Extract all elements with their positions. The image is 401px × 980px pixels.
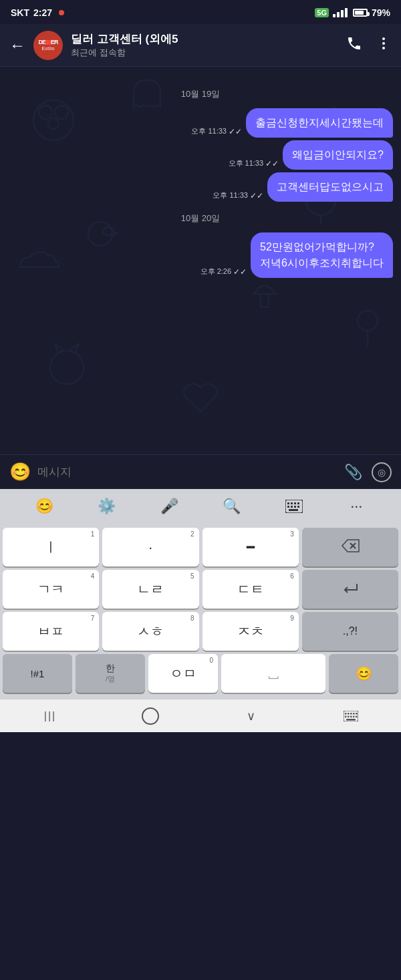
attach-button[interactable]: 📎 [344,464,362,481]
message-input[interactable] [37,466,338,479]
toolbar-emoji-button[interactable]: 😊 [31,493,58,520]
message-row: 오후 11:33 ✓✓ 출금신청한지세시간됐는데 [8,108,393,138]
message-4: 오후 2:26 ✓✓ 52만원없어가먹합니까?저녁6시이후조치취합니다 [200,232,393,278]
key-0[interactable]: 0 ㅇㅁ [148,654,218,693]
recording-indicator [59,10,64,15]
keyboard-row-1: 1 ㅣ 2 · 3 ━ [3,528,398,566]
key-4-label: ㄱㅋ [37,581,64,599]
read-receipt-2: ✓✓ [265,159,279,168]
message-time-2: 오후 11:33 [229,158,264,168]
nav-home-button[interactable] [100,699,200,732]
key-2[interactable]: 2 · [102,528,198,566]
keyboard: 1 ㅣ 2 · 3 ━ 4 ㄱㅋ 5 ㄴㄹ [0,524,401,699]
network-type: 5G [315,8,329,17]
toolbar-settings-button[interactable]: ⚙️ [94,493,120,520]
toolbar-keyboard-button[interactable] [281,493,307,520]
key-8-num: 8 [190,615,194,622]
key-9-num: 9 [290,615,294,622]
message-row: 오후 2:26 ✓✓ 52만원없어가먹합니까?저녁6시이후조치취합니다 [8,232,393,278]
key-5[interactable]: 5 ㄴㄹ [102,570,198,609]
svg-point-0 [382,37,385,40]
key-1[interactable]: 1 ㅣ [3,528,99,566]
input-actions: 📎 ◎ [344,462,392,482]
key-2-num: 2 [190,530,194,538]
key-space[interactable]: ⎵ [221,654,325,693]
key-nummode-label: !#1 [31,668,45,679]
nav-back-button[interactable]: ||| [0,699,100,732]
message-row: 오후 11:33 ✓✓ 고객센터답도없으시고 [8,172,393,202]
message-3: 오후 11:33 ✓✓ 고객센터답도없으시고 [213,172,393,202]
key-punct[interactable]: .,?! [302,612,398,651]
key-3[interactable]: 3 ━ [203,528,299,566]
status-bar: SKT 2:27 5G 79% [0,0,401,24]
more-options-button[interactable] [376,35,392,55]
svg-rect-21 [294,506,296,508]
key-punct-label: .,?! [343,625,358,637]
back-button[interactable]: ← [9,36,25,55]
bubble-text-2: 왜입금이안되지요? [292,149,384,160]
key-nummode[interactable]: !#1 [3,654,72,693]
bubble-text-1: 출금신청한지세시간됐는데 [255,117,384,128]
svg-rect-32 [345,715,347,717]
svg-rect-15 [287,502,289,504]
key-backspace[interactable] [302,528,398,566]
read-receipt-3: ✓✓ [250,191,263,200]
camera-button[interactable]: ◎ [372,462,392,482]
key-lang-label: 한/영 [106,663,115,684]
key-6[interactable]: 6 ㄷㅌ [203,570,299,609]
key-4[interactable]: 4 ㄱㅋ [3,570,99,609]
status-right: 5G 79% [315,7,390,18]
key-1-num: 1 [91,530,95,538]
svg-point-7 [50,351,84,384]
key-1-label: ㅣ [44,538,57,556]
bubble-text-4: 52만원없어가먹합니까?저녁6시이후조치취합니다 [260,241,384,269]
key-enter[interactable] [302,570,398,609]
contact-info: 딜러 고객센터 (외에5 최근에 접속함 [71,31,338,59]
contact-avatar: DE▮▮ER Estilo [33,31,63,60]
nav-keyboard-button[interactable] [301,699,401,732]
key-7-label: ㅂㅍ [37,623,64,641]
key-3-label: ━ [247,539,255,555]
keyboard-row-2: 4 ㄱㅋ 5 ㄴㄹ 6 ㄷㅌ [3,570,398,609]
nav-home-icon [142,707,159,725]
nav-recent-button[interactable]: ∨ [200,699,301,732]
svg-point-1 [382,42,385,45]
call-button[interactable] [346,35,362,55]
svg-point-2 [382,47,385,49]
key-emoji[interactable]: 😊 [329,654,398,693]
key-7[interactable]: 7 ㅂㅍ [3,612,99,651]
nav-back-icon: ||| [44,710,56,722]
svg-rect-20 [291,506,293,508]
key-3-num: 3 [290,530,294,538]
svg-rect-17 [294,502,296,504]
keyboard-toolbar: 😊 ⚙️ 🎤 🔍 ··· [0,489,401,524]
key-6-label: ㄷㅌ [237,581,264,599]
message-meta-3: 오후 11:33 ✓✓ [213,190,263,200]
chat-header: ← DE▮▮ER Estilo 딜러 고객센터 (외에5 최근에 접속함 [0,24,401,67]
date-separator-1: 10월 19일 [8,88,393,100]
svg-rect-16 [291,502,293,504]
message-2: 오후 11:33 ✓✓ 왜입금이안되지요? [229,140,394,170]
battery-percent: 79% [372,7,390,18]
svg-rect-33 [348,715,350,717]
message-1: 오후 11:33 ✓✓ 출금신청한지세시간됐는데 [191,108,393,138]
key-0-num: 0 [209,657,213,664]
contact-status: 최근에 접속함 [71,47,338,59]
key-0-label: ㅇㅁ [170,665,196,683]
toolbar-search-button[interactable]: 🔍 [219,493,245,520]
emoji-button[interactable]: 😊 [9,462,31,482]
time-label: 2:27 [33,7,52,18]
carrier-label: SKT [11,7,29,18]
message-row: 오후 11:33 ✓✓ 왜입금이안되지요? [8,140,393,170]
toolbar-mic-button[interactable]: 🎤 [156,493,182,520]
key-lang[interactable]: 한/영 [76,654,145,693]
svg-rect-29 [350,713,352,715]
read-receipt-1: ✓✓ [229,127,242,136]
svg-rect-35 [353,715,355,717]
key-8[interactable]: 8 ㅅㅎ [102,612,198,651]
svg-rect-11 [261,294,269,307]
key-9[interactable]: 9 ㅈㅊ [203,612,299,651]
nav-recent-icon: ∨ [247,709,255,723]
avatar-text: DE▮▮ER Estilo [38,39,57,51]
toolbar-more-button[interactable]: ··· [343,493,370,520]
